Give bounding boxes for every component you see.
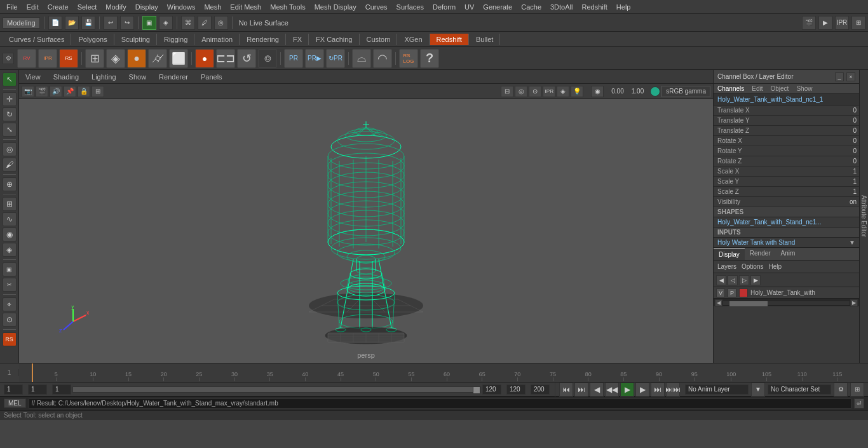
lasso-select-btn[interactable]: ⌘ bbox=[181, 16, 195, 30]
tab-fx[interactable]: FX bbox=[287, 34, 309, 45]
paint-select-btn[interactable]: 🖊 bbox=[198, 16, 212, 30]
shelf-sphere-icon[interactable]: ● bbox=[127, 49, 146, 68]
cb-tab-channels[interactable]: Channels bbox=[714, 84, 748, 93]
shelf-pr2-icon[interactable]: PR▶ bbox=[305, 49, 324, 68]
attribute-editor-tab[interactable]: Attribute Editor bbox=[859, 70, 868, 363]
vp-wire-btn[interactable]: ⊟ bbox=[501, 86, 513, 97]
max-frame-field[interactable]: 200 bbox=[531, 384, 550, 395]
menu-mesh[interactable]: Mesh bbox=[200, 2, 225, 12]
create-poly-btn[interactable]: ▣ bbox=[3, 262, 17, 276]
anim-layer-field[interactable]: No Anim Layer bbox=[685, 384, 749, 395]
cb-display-tab[interactable]: Display bbox=[714, 248, 745, 260]
cb-attr-scale-y[interactable]: Scale Y 1 bbox=[714, 177, 859, 187]
vp-menu-shading[interactable]: Shading bbox=[50, 72, 83, 82]
vp-smooth-btn[interactable]: ◎ bbox=[515, 86, 527, 97]
move-tool-btn[interactable]: ✛ bbox=[3, 92, 17, 106]
layers-tab-options[interactable]: Options bbox=[742, 263, 763, 270]
layers-tab-layers[interactable]: Layers bbox=[717, 263, 736, 270]
anim-layer-dropdown[interactable]: ▼ bbox=[751, 383, 765, 397]
current-frame-field[interactable]: 1 bbox=[28, 384, 47, 395]
char-set-field[interactable]: No Character Set bbox=[768, 384, 831, 395]
shelf-dome-icon[interactable]: ◠ bbox=[373, 49, 392, 68]
menu-mesh-display[interactable]: Mesh Display bbox=[311, 2, 360, 12]
snap-point-btn[interactable]: ◉ bbox=[3, 227, 17, 241]
range-start-field[interactable]: 1 bbox=[52, 384, 71, 395]
vp-render-btn[interactable]: ⊙ bbox=[529, 86, 541, 97]
layers-next-btn[interactable]: ▷ bbox=[739, 275, 749, 285]
vp-menu-renderer[interactable]: Renderer bbox=[155, 72, 192, 82]
vp-color-space-btn[interactable] bbox=[650, 86, 660, 97]
layers-prev2-btn[interactable]: ◁ bbox=[728, 275, 738, 285]
prev-key-btn[interactable]: ⏭ bbox=[574, 383, 588, 397]
save-scene-btn[interactable]: 💾 bbox=[81, 16, 95, 30]
range-bar[interactable] bbox=[72, 386, 481, 393]
shelf-pr1-icon[interactable]: PR bbox=[284, 49, 303, 68]
menu-curves[interactable]: Curves bbox=[362, 2, 391, 12]
prev-frame-btn[interactable]: ◀ bbox=[590, 383, 604, 397]
tab-polygons[interactable]: Polygons bbox=[72, 34, 114, 45]
layers-next2-btn[interactable]: ▶ bbox=[750, 275, 761, 285]
cb-attr-scale-x[interactable]: Scale X 1 bbox=[714, 166, 859, 177]
menu-uv[interactable]: UV bbox=[461, 2, 478, 12]
vp-lock-btn[interactable]: 🔒 bbox=[78, 86, 90, 97]
gamma-dropdown[interactable]: sRGB gamma bbox=[661, 86, 710, 97]
shelf-rv-icon[interactable]: RV bbox=[17, 49, 36, 68]
layers-prev-btn[interactable]: ◀ bbox=[716, 275, 726, 285]
tab-rigging[interactable]: Rigging bbox=[158, 34, 194, 45]
shapes-name[interactable]: Holy_Water_Tank_with_Stand_nc1... bbox=[714, 217, 859, 227]
menu-mesh-tools[interactable]: Mesh Tools bbox=[266, 2, 309, 12]
shelf-ipr-icon[interactable]: IPR bbox=[38, 49, 57, 68]
cb-scroll-thumb[interactable] bbox=[729, 301, 768, 306]
select-by-component-btn[interactable]: ◈ bbox=[159, 16, 173, 30]
vp-isolate-btn[interactable]: ◉ bbox=[591, 86, 604, 97]
next-frame-btn[interactable]: ▶ bbox=[635, 383, 649, 397]
end-frame-field[interactable]: 120 bbox=[506, 384, 526, 395]
vp-xray-btn[interactable]: ◈ bbox=[557, 86, 569, 97]
tab-bullet[interactable]: Bullet bbox=[470, 34, 501, 45]
cmd-input[interactable] bbox=[29, 398, 851, 409]
pivot-btn[interactable]: ⊙ bbox=[3, 313, 17, 327]
shelf-help-icon[interactable]: ? bbox=[420, 49, 439, 68]
cb-close-btn[interactable]: × bbox=[846, 72, 855, 81]
soft-select-btn[interactable]: ◎ bbox=[214, 16, 228, 30]
redo-btn[interactable]: ↪ bbox=[120, 16, 134, 30]
timeline-playhead[interactable] bbox=[32, 363, 33, 383]
undo-btn[interactable]: ↩ bbox=[104, 16, 118, 30]
paint-attr-btn[interactable]: 🖌 bbox=[3, 158, 17, 172]
ipr-btn[interactable]: IPR bbox=[835, 16, 849, 30]
range-handle[interactable] bbox=[473, 386, 480, 394]
tab-redshift[interactable]: Redshift bbox=[430, 34, 469, 45]
menu-file[interactable]: File bbox=[3, 2, 22, 12]
play-fwd-btn[interactable]: ▶ bbox=[620, 383, 634, 397]
snap-view-btn[interactable]: ◈ bbox=[3, 243, 17, 257]
menu-display[interactable]: Display bbox=[132, 2, 162, 12]
vp-cam-btn[interactable]: 📷 bbox=[22, 86, 34, 97]
menu-edit[interactable]: Edit bbox=[23, 2, 43, 12]
cb-tab-edit[interactable]: Edit bbox=[748, 84, 766, 93]
menu-deform[interactable]: Deform bbox=[429, 2, 459, 12]
open-scene-btn[interactable]: 📂 bbox=[65, 16, 79, 30]
range-val-field[interactable]: 120 bbox=[482, 384, 501, 395]
char-set-extra[interactable]: ⊞ bbox=[850, 383, 864, 397]
layer-color-swatch[interactable] bbox=[739, 288, 748, 297]
vp-snap-btn[interactable]: 📌 bbox=[64, 86, 76, 97]
new-scene-btn[interactable]: 📄 bbox=[48, 16, 62, 30]
tab-fx-caching[interactable]: FX Caching bbox=[309, 34, 359, 45]
menu-modify[interactable]: Modify bbox=[102, 2, 130, 12]
menu-create[interactable]: Create bbox=[44, 2, 72, 12]
shelf-rs4-icon[interactable]: ↺ bbox=[237, 49, 256, 68]
select-tool-btn[interactable]: ↖ bbox=[3, 72, 17, 86]
vp-film-btn[interactable]: 🎬 bbox=[36, 86, 48, 97]
rs-material-btn[interactable]: RS bbox=[3, 332, 17, 346]
tab-custom[interactable]: Custom bbox=[360, 34, 398, 45]
multi-cut-btn[interactable]: ✂ bbox=[3, 278, 17, 292]
cb-attr-scale-z[interactable]: Scale Z 1 bbox=[714, 187, 859, 197]
start-frame-field[interactable]: 1 bbox=[4, 384, 23, 395]
shelf-rs-log-icon[interactable]: RSLOG bbox=[399, 49, 418, 68]
render-settings-btn[interactable]: 🎬 bbox=[802, 16, 816, 30]
menu-redshift[interactable]: Redshift bbox=[578, 2, 611, 12]
cb-tab-show[interactable]: Show bbox=[792, 84, 816, 93]
cb-attr-visibility[interactable]: Visibility on bbox=[714, 197, 859, 207]
cb-attr-translate-y[interactable]: Translate Y 0 bbox=[714, 116, 859, 126]
cmd-submit-btn[interactable]: ⏎ bbox=[854, 398, 864, 409]
